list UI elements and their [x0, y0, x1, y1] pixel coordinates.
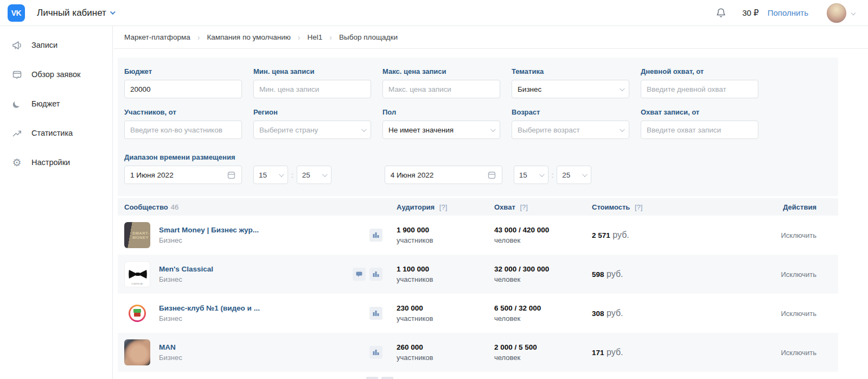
end-hour-value: 15	[519, 171, 527, 179]
region-field: Регион Выберите страну	[253, 108, 371, 139]
daily-reach-input[interactable]	[641, 80, 758, 98]
audience-unit: участников	[397, 314, 494, 323]
start-minute-select[interactable]: 25	[297, 166, 331, 184]
topup-link[interactable]: Пополнить	[768, 8, 808, 17]
pagination-button[interactable]	[366, 377, 378, 379]
col-cost: Стоимость	[592, 203, 630, 211]
end-minute-select[interactable]: 25	[557, 166, 591, 184]
community-avatar[interactable]: CLASSICAL	[124, 261, 150, 287]
avatar-chevron-down-icon[interactable]	[851, 10, 856, 15]
audience-value: 230 000	[397, 304, 494, 312]
daily-reach-label: Дневной охват, от	[641, 67, 758, 75]
calendar-icon	[227, 170, 236, 180]
exclude-button[interactable]: Исключить	[781, 349, 817, 357]
table-header: Сообщество 46 Аудитория [?] Охват [?] Ст…	[118, 198, 838, 216]
sidebar-item-posts[interactable]: Записи	[0, 30, 112, 60]
table-row: CLASSICAL Men's Classical Бизнес	[118, 255, 838, 294]
sidebar-item-statistics[interactable]: Статистика	[0, 118, 112, 148]
user-avatar[interactable]	[827, 3, 846, 23]
table-row: Бизнес-клуб №1 (видео и ... Бизнес 230 0…	[118, 294, 838, 333]
breadcrumb-default-campaign[interactable]: Кампания по умолчанию	[207, 33, 290, 41]
end-minute-value: 25	[562, 171, 570, 179]
audience-value: 260 000	[397, 343, 494, 351]
table-row: MAN Бизнес 260 000 участников 2 000 / 5 …	[118, 333, 838, 372]
reach-unit: человек	[494, 353, 592, 362]
region-select[interactable]: Выберите страну	[253, 121, 371, 139]
end-hour-select[interactable]: 15	[514, 166, 548, 184]
topbar: VK Личный кабинет 30 ₽ Пополнить	[0, 0, 868, 26]
chevron-down-icon	[582, 172, 588, 177]
chevron-down-icon	[361, 127, 367, 132]
avatar-logo	[134, 313, 141, 317]
gender-label: Пол	[382, 108, 500, 116]
chevron-down-icon	[110, 9, 116, 15]
sidebar-item-settings[interactable]: ⚙ Настройки	[0, 148, 112, 177]
vk-logo[interactable]: VK	[8, 4, 25, 22]
start-minute-value: 25	[302, 171, 310, 179]
audience-unit: участников	[397, 275, 494, 283]
chevron-down-icon	[539, 172, 545, 177]
daily-reach-field: Дневной охват, от	[641, 67, 758, 98]
audience-value: 1 100 000	[397, 265, 494, 273]
breadcrumb-market-platform[interactable]: Маркет-платформа	[124, 33, 190, 41]
sidebar-item-label: Записи	[31, 41, 58, 49]
stats-bar-chart-icon[interactable]	[369, 229, 382, 242]
community-name-link[interactable]: MAN	[159, 342, 182, 352]
gender-select[interactable]: Не имеет значения	[382, 121, 500, 139]
chevron-down-icon	[620, 86, 625, 91]
reach-value: 43 000 / 420 000	[494, 226, 592, 234]
audience-unit: участников	[397, 353, 494, 362]
exclude-button[interactable]: Исключить	[781, 309, 817, 318]
sidebar-item-label: Настройки	[31, 158, 70, 167]
comment-icon[interactable]	[353, 268, 366, 281]
budget-input[interactable]	[124, 80, 242, 98]
stats-bar-chart-icon[interactable]	[369, 307, 382, 320]
reach-help-icon[interactable]: [?]	[520, 203, 527, 211]
bell-icon[interactable]	[715, 7, 727, 19]
breadcrumb-hel1[interactable]: Hel1	[308, 33, 323, 41]
cost-unit: руб.	[607, 348, 623, 357]
age-select[interactable]: Выберите возраст	[512, 121, 629, 139]
exclude-button[interactable]: Исключить	[781, 270, 817, 279]
community-avatar[interactable]: SMART-MONEY	[124, 222, 150, 248]
start-hour-select[interactable]: 15	[253, 166, 288, 184]
stats-bar-chart-icon[interactable]	[369, 346, 382, 359]
reach-unit: человек	[494, 314, 592, 323]
theme-select-value: Бизнес	[518, 85, 541, 93]
cabinet-title-menu[interactable]: Личный кабинет	[37, 8, 114, 18]
pagination-button[interactable]	[381, 377, 393, 379]
avatar-logo	[133, 309, 141, 313]
max-price-label: Макс. цена записи	[382, 67, 500, 75]
chevron-down-icon	[279, 172, 284, 177]
theme-select[interactable]: Бизнес	[512, 80, 629, 98]
sidebar-item-budget[interactable]: Бюджет	[0, 89, 112, 118]
community-name-link[interactable]: Men's Classical	[159, 264, 213, 274]
community-avatar[interactable]	[124, 339, 150, 365]
community-name-link[interactable]: Smart Money | Бизнес жур...	[159, 225, 259, 235]
theme-label: Тематика	[512, 67, 629, 75]
cost-value: 598	[592, 270, 604, 279]
community-name-link[interactable]: Бизнес-клуб №1 (видео и ...	[159, 303, 260, 313]
end-date-input[interactable]: 4 Июня 2022	[385, 166, 502, 184]
reach-unit: человек	[494, 275, 592, 283]
breadcrumb-separator-icon: ›	[298, 33, 301, 42]
post-reach-input[interactable]	[641, 121, 758, 139]
breadcrumb-separator-icon: ›	[329, 33, 332, 42]
age-field: Возраст Выберите возраст	[512, 108, 629, 139]
stats-bar-chart-icon[interactable]	[369, 268, 382, 281]
audience-value: 1 900 000	[397, 226, 494, 234]
community-avatar[interactable]	[124, 300, 150, 326]
cost-unit: руб.	[612, 230, 629, 239]
megaphone-icon	[11, 39, 23, 51]
max-price-input[interactable]	[382, 80, 500, 98]
audience-help-icon[interactable]: [?]	[439, 203, 447, 211]
sidebar-item-requests[interactable]: Обзор заявок	[0, 60, 112, 89]
min-price-input[interactable]	[253, 80, 371, 98]
col-audience: Аудитория	[397, 203, 435, 211]
cost-value: 2 571	[592, 231, 610, 239]
cost-help-icon[interactable]: [?]	[635, 203, 642, 211]
members-input[interactable]	[124, 121, 242, 139]
request-card-icon	[11, 68, 23, 80]
start-date-input[interactable]: 1 Июня 2022	[124, 166, 242, 184]
exclude-button[interactable]: Исключить	[781, 231, 817, 239]
